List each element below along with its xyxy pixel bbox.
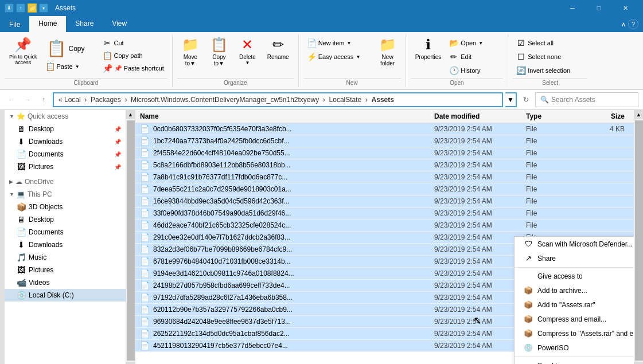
pin-indicator3: 📌 — [114, 151, 121, 158]
delete-button[interactable]: ✕ Delete ▼ — [235, 34, 260, 69]
address-path[interactable]: « Local › Packages › Microsoft.Windows.C… — [53, 92, 503, 107]
clipboard-label: Clipboard — [5, 78, 167, 87]
nav-item-downloads2[interactable]: ⬇ Downloads — [5, 238, 126, 251]
right-scroll-thumb[interactable] — [635, 120, 643, 361]
pin-label: Pin to Quickaccess — [9, 54, 37, 65]
table-row[interactable]: 📄 0cd0b68037332037f0c5f6354e70f3a3e8fcb.… — [135, 123, 634, 135]
history-button[interactable]: 🕐 History — [446, 64, 503, 77]
select-none-icon: ☐ — [516, 52, 525, 61]
close-button[interactable]: ✕ — [612, 0, 638, 16]
ctx-item-label: PowerISO — [537, 344, 634, 352]
scroll-down-button[interactable]: ▼ — [126, 362, 135, 364]
select-all-button[interactable]: ☑ Select all — [513, 37, 587, 49]
context-menu-item[interactable]: Send to ▶ — [515, 359, 634, 364]
table-row[interactable]: 📄 46dd2eace740bf21c65cb32325cfe028524c..… — [135, 220, 634, 232]
tab-view[interactable]: View — [103, 16, 136, 32]
move-to-label: Moveto▼ — [184, 54, 197, 66]
nav-item-local-disk[interactable]: 💿 Local Disk (C:) — [5, 289, 126, 302]
move-to-button[interactable]: 📁 Moveto▼ — [177, 34, 204, 69]
table-row[interactable]: 📄 33f0e90fd378d46b07549a90da51d6d29f46..… — [135, 208, 634, 220]
tab-file[interactable]: File — [0, 16, 29, 32]
minimize-button[interactable]: ─ — [559, 0, 586, 16]
quick-access-header[interactable]: ▼ ⭐ Quick access — [5, 110, 126, 123]
ribbon-group-clipboard: 📌 Pin to Quickaccess 📋 Copy 📋 Paste ▼ ✂ … — [0, 34, 173, 87]
select-none-button[interactable]: ☐ Select none — [513, 50, 587, 63]
invert-selection-button[interactable]: 🔄 Invert selection — [513, 64, 587, 77]
up-button[interactable]: ↑ — [37, 93, 50, 107]
nav-item-music[interactable]: 🎵 Music — [5, 251, 126, 264]
back-button[interactable]: ← — [5, 93, 18, 107]
table-row[interactable]: 📄 5c8a2166dbfbd8903e112bb8b56e80318bb...… — [135, 159, 634, 171]
easy-access-button[interactable]: ⚡ Easy access ▼ — [303, 50, 372, 63]
table-row[interactable]: 📄 1bc7240aa77373ba4f0a2425fb0dcc6d5cbf..… — [135, 135, 634, 147]
nav-item-3dobjects[interactable]: 📦 3D Objects — [5, 201, 126, 213]
pin-to-quick-button[interactable]: 📌 Pin to Quickaccess — [5, 34, 42, 68]
refresh-button[interactable]: ↻ — [519, 92, 533, 107]
new-folder-button[interactable]: 📁 Newfolder — [375, 34, 401, 69]
scroll-up-button[interactable]: ▲ — [126, 110, 135, 119]
ribbon-group-organize: 📁 Moveto▼ 📋 Copyto▼ ✕ Delete ▼ ✏ Rename — [173, 34, 299, 87]
nav-item-pictures[interactable]: 🖼 Pictures 📌 — [5, 161, 126, 173]
right-scroll-up[interactable]: ▲ — [634, 110, 644, 119]
ctx-item-icon: 📦 — [524, 300, 533, 309]
context-menu: 🛡 Scan with Microsoft Defender... ↗ Shar… — [514, 236, 634, 364]
folder-icon: 📁 — [28, 3, 37, 13]
file-icon: 📄 — [140, 257, 150, 266]
file-date: 9/23/2019 2:54 AM — [434, 209, 526, 217]
nav-pane: ▼ ⭐ Quick access 🖥 Desktop 📌 ⬇ Downloads… — [0, 110, 126, 364]
context-menu-item[interactable]: 📦 Add to archive... — [515, 283, 634, 298]
copy-to-icon: 📋 — [211, 37, 228, 53]
context-menu-item[interactable]: 📦 Add to "Assets.rar" — [515, 298, 634, 312]
address-bar: ← → ↑ « Local › Packages › Microsoft.Win… — [0, 90, 643, 110]
file-type: File — [526, 221, 583, 229]
nav-pictures2-label: Pictures — [29, 266, 53, 274]
table-row[interactable]: 📄 2f45584e22d60c4cff48104ea092be750d55..… — [135, 147, 634, 159]
table-row[interactable]: 📄 7a8b41c91c91b76377df117fdb0d6ac877c...… — [135, 171, 634, 183]
forward-button[interactable]: → — [21, 93, 34, 107]
paste-shortcut-button[interactable]: 📌 📌 Paste shortcut — [99, 62, 167, 75]
edit-button[interactable]: ✏ Edit — [446, 50, 503, 63]
main-layout: ▼ ⭐ Quick access 🖥 Desktop 📌 ⬇ Downloads… — [0, 110, 643, 364]
file-icon: 📄 — [140, 269, 150, 278]
context-menu-item[interactable]: 📦 Compress to "Assets.rar" and email — [515, 326, 634, 340]
copy-button[interactable]: 📋 Copy — [42, 34, 99, 60]
table-row[interactable]: 📄 16ce93844bbd9ec3a5d04c5d596d42c363f...… — [135, 195, 634, 208]
search-input[interactable] — [551, 96, 626, 104]
context-menu-item[interactable]: ↗ Share — [515, 251, 634, 265]
context-menu-item[interactable]: 📦 Compress and email... — [515, 312, 634, 326]
nav-item-desktop2[interactable]: 🖥 Desktop — [5, 213, 126, 226]
nav-item-pictures2[interactable]: 🖼 Pictures — [5, 264, 126, 276]
paste-button[interactable]: 📋 Paste ▼ — [42, 60, 99, 73]
rename-button[interactable]: ✏ Rename — [263, 34, 294, 69]
title-bar: ⬇ ↑ 📁 ▼ Assets ─ □ ✕ — [0, 0, 643, 16]
tab-home[interactable]: Home — [29, 16, 66, 32]
help-icon[interactable]: ? — [628, 19, 638, 29]
cut-button[interactable]: ✂ Cut — [99, 37, 167, 49]
nav-item-videos[interactable]: 📹 Videos — [5, 276, 126, 289]
col-name-header: Name — [140, 112, 434, 120]
onedrive-header[interactable]: ▶ ☁ OneDrive — [5, 175, 126, 188]
nav-item-documents2[interactable]: 📄 Documents — [5, 226, 126, 238]
right-scroll-down[interactable]: ▼ — [634, 362, 644, 364]
copy-to-button[interactable]: 📋 Copyto▼ — [206, 34, 232, 69]
maximize-button[interactable]: □ — [586, 0, 612, 16]
nav-item-desktop[interactable]: 🖥 Desktop 📌 — [5, 123, 126, 135]
videos-icon: 📹 — [16, 278, 26, 287]
nav-item-documents[interactable]: 📄 Documents 📌 — [5, 148, 126, 161]
context-menu-item[interactable]: Give access to ▶ — [515, 269, 634, 283]
open-button[interactable]: 📂 Open ▼ — [446, 37, 503, 49]
this-pc-header[interactable]: ▼ 💻 This PC — [5, 188, 126, 201]
nav-item-downloads[interactable]: ⬇ Downloads 📌 — [5, 135, 126, 148]
properties-button[interactable]: ℹ Properties — [411, 34, 446, 62]
properties-icon: ℹ — [426, 37, 431, 53]
table-row[interactable]: 📄 7deea55c211c2a0c7d2959de9018903c01a...… — [135, 183, 634, 195]
copy-path-button[interactable]: 📋 Copy path — [99, 49, 167, 62]
file-date: 9/23/2019 2:54 AM — [434, 137, 526, 145]
context-menu-item[interactable]: 💿 PowerISO ▶ — [515, 340, 634, 355]
context-menu-item[interactable]: 🛡 Scan with Microsoft Defender... — [515, 237, 634, 251]
new-item-button[interactable]: 📄 New item ▼ — [303, 37, 372, 49]
tab-share[interactable]: Share — [66, 16, 103, 32]
scroll-thumb[interactable] — [127, 120, 135, 361]
address-dropdown[interactable]: ▼ — [505, 92, 517, 107]
properties-label: Properties — [415, 54, 442, 60]
